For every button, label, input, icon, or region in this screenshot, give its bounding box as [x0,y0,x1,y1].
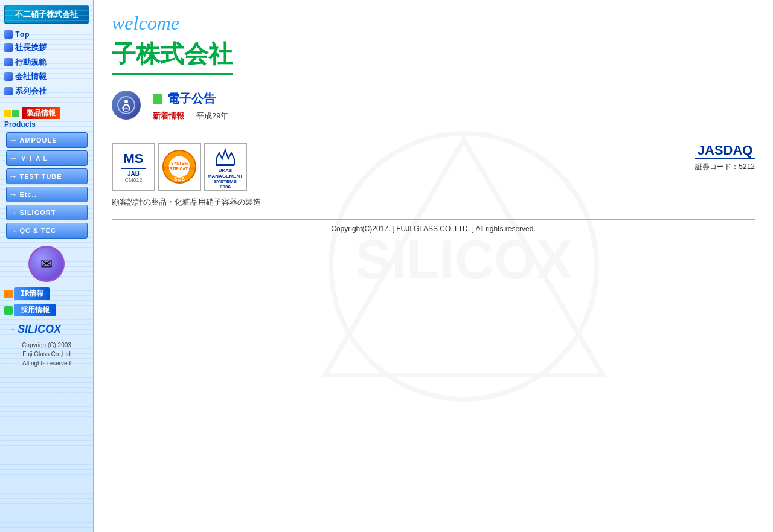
nav-company[interactable]: 会社情報 [4,71,89,82]
mail-button[interactable]: ✉ [28,246,65,282]
svg-rect-12 [216,164,234,166]
product-siligort-label: SILIGORT [20,209,56,216]
ukas-badge: UKASMANAGEMENTSYSTEMS0006 [204,143,247,191]
products-jp-label: 製品情報 [22,107,60,119]
ukas-crown-svg [213,144,237,168]
nav-conduct-label: 行動規範 [15,57,47,68]
nav-top-bullet [4,30,13,39]
sgs-svg: SYSTEM CERTIFICATION SGS [161,148,197,185]
nav-company-bullet [4,72,13,81]
cert-section: MS JAB CM012 SYSTEM CERTIFICATION SGS [94,130,773,203]
jasdaq-code: 証券コード：5212 [695,162,755,172]
notice-new-label: 新着情報 [153,111,184,121]
product-testtube-label: TEST TUBE [20,173,62,180]
cm012-text: CM012 [124,177,142,183]
footer-divider [112,213,755,213]
svg-point-5 [123,109,129,111]
ir-btn[interactable]: IR情報 [4,287,89,300]
recruit-color-indicator [4,306,13,315]
svg-text:SILICOX: SILICOX [354,229,572,290]
notice-title-row: 電子公告 [153,91,228,107]
svg-point-4 [124,100,128,103]
ir-label: IR情報 [14,287,50,300]
jab-text: JAB [127,170,140,177]
nav-top[interactable]: Top [4,30,89,39]
svg-text:SGS: SGS [174,176,185,182]
nav-group-bullet [4,87,13,95]
product-ampoule-label: AMPOULE [20,136,57,144]
products-color-indicator [4,110,19,117]
cert-badges: MS JAB CM012 SYSTEM CERTIFICATION SGS [112,143,247,191]
copyright-sidebar: Copyright(C) 2003 Fuji Glass Co.,Ltd All… [22,341,71,368]
notice-info-row: 新着情報 平成29年 [153,111,228,121]
recruit-btn[interactable]: 採用情報 [4,304,89,316]
nav-group[interactable]: 系列会社 [4,86,89,97]
product-desc: 顧客設計の薬品・化粧品用硝子容器の製造 [94,197,773,208]
silicox-text: SILICOX [18,323,61,336]
welcome-text: welcome [112,12,755,34]
mail-icon: ✉ [40,255,53,272]
svg-text:SYSTEM: SYSTEM [171,161,188,165]
product-siligort-btn[interactable]: → SILIGORT [6,205,88,220]
jasdaq-logo: JASDAQ [695,143,755,159]
notice-title: 電子公告 [167,91,216,107]
recruit-label: 採用情報 [14,304,56,316]
nav-president-label: 社長挨拶 [15,42,47,53]
ms-line [121,168,146,169]
notice-section: 電子公告 新着情報 平成29年 [94,82,773,130]
product-vial-btn[interactable]: → ＶＩＡＬ [6,150,88,166]
nav-conduct[interactable]: 行動規範 [4,57,89,68]
welcome-section: welcome 子株式会社 [94,0,773,82]
nav-president[interactable]: 社長挨拶 [4,42,89,53]
main-content: SILICOX welcome 子株式会社 電子公告 新着情報 平成29年 [94,0,773,532]
company-logo: 不二硝子株式会社 [4,5,89,24]
arrow-icon-1: → [9,135,18,145]
product-etc-label: Etc.. [20,191,37,198]
nav-top-label: Top [15,30,29,39]
color-green [12,110,19,117]
sidebar-divider-1 [7,101,86,101]
product-qctec-label: QC & TEC [20,227,57,234]
green-square-icon [153,94,162,104]
ukas-inner: UKASMANAGEMENTSYSTEMS0006 [208,144,243,190]
footer: Copyright(C)2017. [ FUJI GLASS CO.,LTD. … [112,219,755,238]
arrow-icon-6: → [9,226,18,236]
notice-icon [112,91,141,120]
arrow-icon-5: → [9,208,18,217]
nav-conduct-bullet [4,58,13,66]
color-yellow [4,110,11,117]
jab-badge: MS JAB CM012 [112,143,155,191]
svg-text:CERTIFICATION: CERTIFICATION [164,167,195,171]
ir-color-indicator [4,290,13,298]
sgs-outer: SYSTEM CERTIFICATION SGS [161,149,197,185]
svg-marker-11 [216,150,234,165]
product-qctec-btn[interactable]: → QC & TEC [6,223,88,239]
nav-group-label: 系列会社 [15,86,47,97]
notice-date: 平成29年 [196,111,228,121]
nav-company-label: 会社情報 [15,71,47,82]
products-en-label: Products [4,120,89,129]
product-testtube-btn[interactable]: → TEST TUBE [6,168,88,184]
company-title: 子株式会社 [112,37,233,75]
arrow-icon-2: → [9,153,18,163]
silicox-logo-sidebar: ～ SILICOX [10,323,83,336]
notice-svg-icon [117,95,136,115]
sgs-badge: SYSTEM CERTIFICATION SGS [158,143,201,191]
product-etc-btn[interactable]: → Etc.. [6,187,88,202]
arrow-icon-4: → [9,190,18,199]
ms-text: MS [124,151,144,167]
product-ampoule-btn[interactable]: → AMPOULE [6,132,88,148]
arrow-icon-3: → [9,171,18,181]
products-header: 製品情報 [4,107,89,119]
jasdaq-section: JASDAQ 証券コード：5212 [695,143,755,172]
notice-content: 電子公告 新着情報 平成29年 [153,91,228,121]
product-vial-label: ＶＩＡＬ [20,154,49,163]
nav-president-bullet [4,43,13,52]
silicox-prefix: ～ [10,325,16,334]
ukas-text: UKASMANAGEMENTSYSTEMS0006 [208,168,243,190]
